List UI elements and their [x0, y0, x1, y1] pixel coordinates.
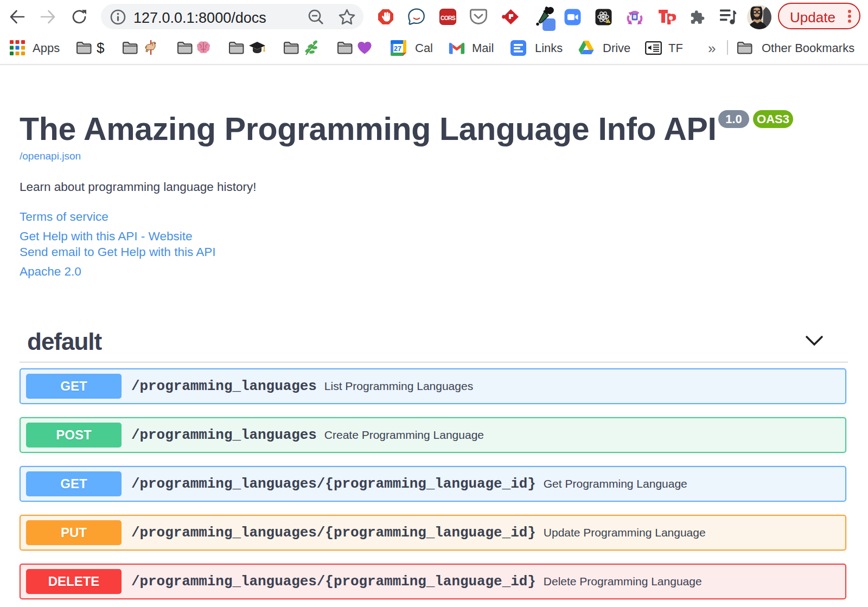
svg-text:!: !: [608, 20, 609, 23]
svg-text:CORS: CORS: [441, 15, 456, 21]
svg-text:27: 27: [394, 45, 401, 53]
